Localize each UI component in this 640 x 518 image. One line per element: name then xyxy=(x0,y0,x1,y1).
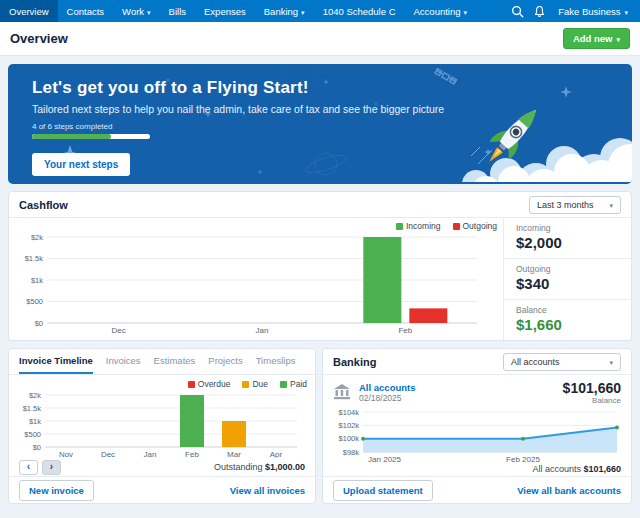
cashflow-header: Cashflow Last 3 months xyxy=(9,192,631,218)
stat-outgoing: Outgoing $340 xyxy=(504,259,631,300)
bottom-row: Invoice Timeline Invoices Estimates Proj… xyxy=(8,348,632,504)
nav-label: Overview xyxy=(9,6,49,17)
banking-title: Banking xyxy=(333,356,376,368)
svg-text:$2k: $2k xyxy=(31,233,43,242)
nav-item-bills[interactable]: Bills xyxy=(160,0,195,22)
account-filter-value: All accounts xyxy=(511,357,560,367)
nav-item-banking[interactable]: Banking xyxy=(255,0,314,22)
tab-projects[interactable]: Projects xyxy=(208,349,242,374)
tab-estimates[interactable]: Estimates xyxy=(154,349,196,374)
svg-text:$100k: $100k xyxy=(339,434,360,443)
flying-start-banner: Let's get you off to a Flying Start! Tai… xyxy=(8,64,632,184)
upload-statement-button[interactable]: Upload statement xyxy=(333,480,433,501)
new-invoice-button[interactable]: New invoice xyxy=(19,480,94,501)
legend-swatch xyxy=(188,381,195,388)
tab-invoices[interactable]: Invoices xyxy=(106,349,141,374)
notifications-button[interactable] xyxy=(528,0,550,22)
chevron-down-icon xyxy=(147,6,151,17)
svg-text:$1k: $1k xyxy=(31,276,43,285)
svg-text:Dec: Dec xyxy=(101,450,115,459)
nav-menu: Overview Contacts Work Bills Expenses Ba… xyxy=(0,0,476,22)
business-menu[interactable]: Fake Business xyxy=(550,6,632,17)
chevron-down-icon xyxy=(609,200,613,210)
main-content: Let's get you off to a Flying Start! Tai… xyxy=(0,56,640,512)
svg-text:Jan 2025: Jan 2025 xyxy=(368,455,401,463)
svg-text:$500: $500 xyxy=(24,429,41,438)
nav-item-1040-schedule-c[interactable]: 1040 Schedule C xyxy=(314,0,405,22)
business-name: Fake Business xyxy=(558,6,620,17)
legend-item-overdue: Overdue xyxy=(188,379,231,389)
svg-text:Feb: Feb xyxy=(398,326,412,335)
page-title: Overview xyxy=(10,31,68,46)
svg-text:Dec: Dec xyxy=(112,326,126,335)
banner-title: Let's get you off to a Flying Start! xyxy=(32,78,632,98)
view-all-bank-accounts-link[interactable]: View all bank accounts xyxy=(517,485,621,496)
nav-label: Work xyxy=(122,6,144,17)
cashflow-chart: $0$500$1k$1.5k$2kDecJanFeb xyxy=(15,232,485,336)
tab-invoice-timeline[interactable]: Invoice Timeline xyxy=(19,349,93,374)
search-button[interactable] xyxy=(506,0,528,22)
nav-item-work[interactable]: Work xyxy=(113,0,160,22)
legend-swatch xyxy=(396,223,403,230)
banking-panel: Banking All accounts All accounts 02/18/… xyxy=(322,348,632,504)
svg-text:$0: $0 xyxy=(33,442,41,451)
prev-page-button[interactable] xyxy=(19,460,38,475)
add-new-button[interactable]: Add new xyxy=(563,28,630,49)
svg-text:$1k: $1k xyxy=(29,416,41,425)
svg-text:Feb 2025: Feb 2025 xyxy=(506,455,540,463)
nav-item-overview[interactable]: Overview xyxy=(0,0,58,22)
svg-text:$1.5k: $1.5k xyxy=(25,254,44,263)
cashflow-body: Incoming Outgoing $0$500$1k$1.5k$2kDecJa… xyxy=(9,218,631,340)
banner-content: Let's get you off to a Flying Start! Tai… xyxy=(8,64,632,176)
banner-subtitle: Tailored next steps to help you nail the… xyxy=(32,103,632,115)
progress-bar xyxy=(32,134,150,139)
svg-text:$98k: $98k xyxy=(343,448,360,457)
banking-footer: Upload statement View all bank accounts xyxy=(323,476,631,503)
account-name-link[interactable]: All accounts xyxy=(359,382,416,393)
tab-timeslips[interactable]: Timeslips xyxy=(256,349,296,374)
nav-label: Expenses xyxy=(204,6,246,17)
invoice-timeline-chart: $0$500$1k$1.5k$2kNovDecJanFebMarApr xyxy=(15,390,305,459)
account-filter-select[interactable]: All accounts xyxy=(503,353,621,371)
account-info: All accounts 02/18/2025 xyxy=(359,382,416,403)
account-date: 02/18/2025 xyxy=(359,393,416,403)
nav-utilities: Fake Business xyxy=(506,0,640,22)
legend-swatch xyxy=(280,381,287,388)
invoice-footer: New invoice View all invoices xyxy=(9,476,315,503)
your-next-steps-button[interactable]: Your next steps xyxy=(32,153,130,176)
period-select-value: Last 3 months xyxy=(537,200,594,210)
bank-icon xyxy=(333,384,351,400)
account-row: All accounts 02/18/2025 $101,660 Balance xyxy=(323,375,631,407)
top-navbar: Overview Contacts Work Bills Expenses Ba… xyxy=(0,0,640,22)
legend-swatch xyxy=(242,381,249,388)
nav-item-expenses[interactable]: Expenses xyxy=(195,0,255,22)
invoice-pagination-row: Outstanding $1,000.00 xyxy=(9,458,315,476)
chevron-down-icon xyxy=(464,6,468,17)
next-page-button[interactable] xyxy=(42,460,61,475)
svg-text:Nov: Nov xyxy=(59,450,73,459)
nav-item-contacts[interactable]: Contacts xyxy=(58,0,114,22)
invoice-legend: Overdue Due Paid xyxy=(9,378,307,390)
svg-text:$0: $0 xyxy=(35,319,43,328)
outstanding-total: Outstanding $1,000.00 xyxy=(214,462,305,472)
progress-bar-fill xyxy=(32,134,111,139)
invoice-tabs: Invoice Timeline Invoices Estimates Proj… xyxy=(9,349,315,375)
cashflow-stats: Incoming $2,000 Outgoing $340 Balance $1… xyxy=(503,218,631,340)
stat-incoming: Incoming $2,000 xyxy=(504,218,631,259)
svg-text:$102k: $102k xyxy=(339,421,360,430)
svg-text:$104k: $104k xyxy=(339,408,360,417)
svg-text:Jan: Jan xyxy=(256,326,269,335)
legend-item-incoming: Incoming xyxy=(396,221,441,231)
nav-label: Contacts xyxy=(67,6,105,17)
period-select[interactable]: Last 3 months xyxy=(529,196,621,214)
cashflow-title: Cashflow xyxy=(19,199,68,211)
add-new-label: Add new xyxy=(573,33,613,44)
cashflow-panel: Cashflow Last 3 months Incoming Outgoing… xyxy=(8,191,632,341)
nav-label: 1040 Schedule C xyxy=(323,6,396,17)
nav-item-accounting[interactable]: Accounting xyxy=(405,0,477,22)
view-all-invoices-link[interactable]: View all invoices xyxy=(230,485,305,496)
svg-text:$500: $500 xyxy=(26,297,43,306)
banking-header: Banking All accounts xyxy=(323,349,631,375)
cashflow-chart-zone: Incoming Outgoing $0$500$1k$1.5k$2kDecJa… xyxy=(9,218,503,340)
svg-text:Feb: Feb xyxy=(185,450,199,459)
